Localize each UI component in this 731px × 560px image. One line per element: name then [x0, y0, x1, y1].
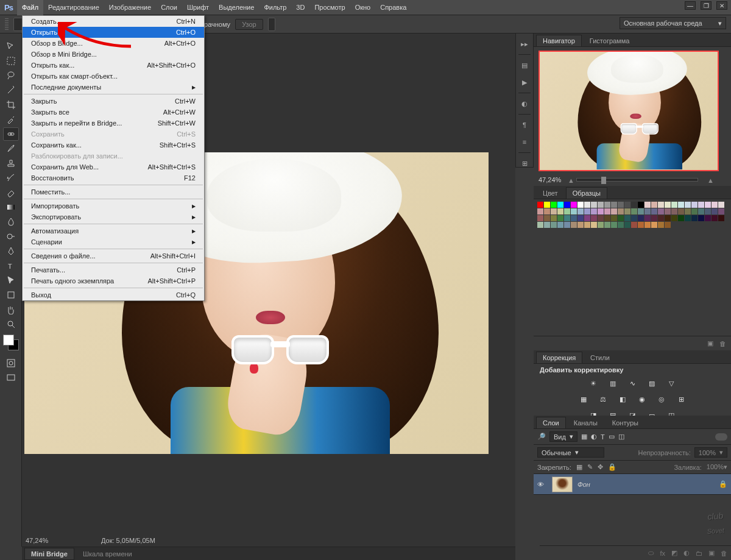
swatch-cell[interactable] [577, 208, 584, 214]
swatch-cell[interactable] [638, 202, 644, 208]
menu-item[interactable]: ВосстановитьF12 [23, 172, 204, 183]
menu-item[interactable]: Закрыть и перейти в Bridge...Shift+Ctrl+… [23, 118, 204, 129]
filter-smart-icon[interactable]: ◫ [618, 433, 624, 441]
stamp-tool[interactable] [3, 157, 19, 170]
fx-icon[interactable]: fx [660, 550, 665, 557]
play-icon[interactable]: ▶ [518, 76, 531, 89]
new-swatch-icon[interactable]: ▣ [707, 339, 713, 347]
swatch-cell[interactable] [591, 215, 597, 221]
healing-tool[interactable] [3, 127, 19, 141]
swatch-cell[interactable] [644, 215, 651, 221]
tab-swatches[interactable]: Образцы [566, 187, 607, 199]
swatch-cell[interactable] [564, 208, 570, 214]
swatch-cell[interactable] [624, 208, 630, 214]
swatch-cell[interactable] [685, 202, 691, 208]
swatch-cell[interactable] [705, 202, 711, 208]
fill-layer-icon[interactable]: ◐ [683, 549, 690, 557]
tab-layers[interactable]: Слои [536, 417, 566, 428]
swatch-cell[interactable] [611, 215, 617, 221]
lookup-icon[interactable]: ⊞ [676, 394, 687, 404]
gradient-tool[interactable] [3, 200, 19, 214]
swatch-cell[interactable] [658, 215, 664, 221]
menu-item[interactable]: Создать...Ctrl+N [23, 16, 204, 27]
mask-icon[interactable]: ◩ [671, 549, 677, 557]
swatch-cell[interactable] [624, 215, 630, 221]
swatch-cell[interactable] [658, 222, 664, 228]
menu-окно[interactable]: Окно [350, 0, 376, 15]
pattern-button[interactable]: Узор [235, 19, 263, 30]
group-icon[interactable]: 🗀 [696, 550, 702, 557]
swatch-cell[interactable] [604, 215, 610, 221]
swatch-cell[interactable] [557, 222, 563, 228]
menu-просмотр[interactable]: Просмотр [309, 0, 350, 15]
swatch-cell[interactable] [698, 215, 704, 221]
swatch-cell[interactable] [658, 202, 664, 208]
swatch-cell[interactable] [611, 208, 617, 214]
menu-item[interactable]: Импортировать [23, 200, 204, 211]
menu-item[interactable]: Сохранить для Web...Alt+Shift+Ctrl+S [23, 161, 204, 172]
swatch-cell[interactable] [712, 215, 718, 221]
filter-type-icon[interactable]: T [601, 433, 605, 441]
opacity-input[interactable]: 100%▾ [694, 447, 727, 458]
filter-adjust-icon[interactable]: ◐ [591, 433, 597, 441]
balance-icon[interactable]: ⚖ [598, 394, 609, 404]
menu-item[interactable]: Поместить... [23, 186, 204, 197]
swatch-cell[interactable] [604, 208, 610, 214]
swatch-cell[interactable] [624, 202, 630, 208]
marquee-tool[interactable] [3, 54, 19, 68]
lock-paint-icon[interactable]: ✎ [587, 463, 593, 471]
swatch-cell[interactable] [691, 215, 697, 221]
swatch-cell[interactable] [618, 208, 624, 214]
dodge-tool[interactable] [3, 230, 19, 243]
swatch-cell[interactable] [665, 222, 671, 228]
swatch-cell[interactable] [644, 202, 651, 208]
swatch-cell[interactable] [551, 215, 557, 221]
path-select-tool[interactable] [3, 274, 19, 287]
swatch-cell[interactable] [571, 202, 577, 208]
tab-adjustments[interactable]: Коррекция [536, 352, 582, 363]
paragraph-icon[interactable]: ≡ [518, 135, 531, 149]
swatch-cell[interactable] [544, 215, 550, 221]
zoom-in-icon[interactable]: ▲ [707, 177, 714, 184]
exposure-icon[interactable]: ▨ [646, 378, 657, 388]
bw-icon[interactable]: ◧ [617, 394, 628, 404]
blend-mode-dropdown[interactable]: Обычные▾ [537, 447, 604, 458]
delete-layer-icon[interactable]: 🗑 [721, 550, 727, 557]
swatch-cell[interactable] [598, 208, 604, 214]
eyedropper-tool[interactable] [3, 113, 19, 126]
brushes-icon[interactable]: ⊞ [518, 157, 531, 170]
vibrance-icon[interactable]: ▽ [666, 378, 677, 388]
swatch-cell[interactable] [544, 202, 550, 208]
photofilter-icon[interactable]: ◉ [637, 394, 648, 404]
swatch-cell[interactable] [671, 202, 677, 208]
menu-item[interactable]: Автоматизация [23, 225, 204, 236]
swatch-cell[interactable] [678, 215, 684, 221]
tab-color[interactable]: Цвет [536, 187, 565, 199]
swatch-cell[interactable] [665, 215, 671, 221]
color-swatches[interactable] [3, 335, 19, 350]
swatch-cell[interactable] [638, 222, 644, 228]
brush-tool[interactable] [3, 142, 19, 155]
properties-icon[interactable]: ◐ [518, 97, 531, 110]
swatch-cell[interactable] [671, 215, 677, 221]
swatch-cell[interactable] [564, 202, 570, 208]
menu-item[interactable]: Сохранить как...Shift+Ctrl+S [23, 140, 204, 151]
swatch-cell[interactable] [611, 202, 617, 208]
swatch-cell[interactable] [544, 208, 550, 214]
swatch-cell[interactable] [631, 215, 637, 221]
swatch-cell[interactable] [618, 215, 624, 221]
tab-styles[interactable]: Стили [584, 352, 616, 363]
swatch-cell[interactable] [705, 208, 711, 214]
menu-item[interactable]: Открыть...Ctrl+O [23, 27, 204, 38]
menu-item[interactable]: Обзор в Mini Bridge... [23, 49, 204, 60]
zoom-tool[interactable] [3, 317, 19, 331]
swatch-cell[interactable] [698, 208, 704, 214]
swatch-cell[interactable] [618, 202, 624, 208]
menu-item[interactable]: Открыть как смарт-объект... [23, 71, 204, 82]
swatch-cell[interactable] [598, 202, 604, 208]
swatch-cell[interactable] [665, 202, 671, 208]
menu-item[interactable]: ВыходCtrl+Q [23, 289, 204, 300]
swatch-cell[interactable] [591, 222, 597, 228]
navigator-thumbnail[interactable] [539, 51, 719, 171]
swatch-cell[interactable] [624, 222, 630, 228]
